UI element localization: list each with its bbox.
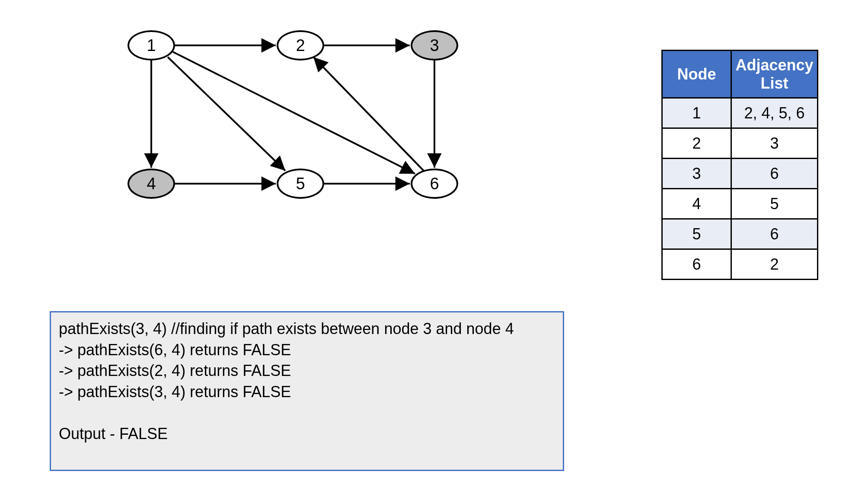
table-row: 1 2, 4, 5, 6 — [662, 98, 818, 128]
graph-node-label: 3 — [430, 36, 439, 55]
trace-output: Output - FALSE — [59, 424, 555, 445]
graph-node-2: 2 — [277, 30, 324, 60]
table-cell-adj: 6 — [731, 219, 818, 249]
table-cell-adj: 5 — [731, 189, 818, 219]
algorithm-trace-box: pathExists(3, 4) //finding if path exist… — [50, 311, 564, 471]
graph-node-6: 6 — [411, 169, 458, 199]
directed-graph-diagram: 1 2 3 4 5 6 — [121, 26, 484, 225]
graph-node-3: 3 — [411, 30, 458, 60]
table-header-adj-label: Adjacency List — [735, 56, 813, 92]
table-cell-node: 4 — [662, 189, 731, 219]
trace-line: -> pathExists(6, 4) returns FALSE — [59, 340, 555, 361]
graph-node-label: 6 — [430, 175, 439, 193]
graph-node-1: 1 — [128, 30, 175, 60]
edge-6-2 — [313, 57, 424, 171]
adjacency-list-table: Node Adjacency List 1 2, 4, 5, 6 2 3 3 6… — [661, 50, 818, 280]
table-row: 2 3 — [662, 128, 818, 159]
table-header-adj: Adjacency List — [731, 51, 818, 98]
edge-1-5 — [168, 57, 285, 171]
table-row: 5 6 — [662, 219, 818, 249]
table-cell-adj: 2, 4, 5, 6 — [731, 98, 818, 128]
trace-line: pathExists(3, 4) //finding if path exist… — [59, 318, 555, 340]
table-cell-adj: 6 — [731, 159, 818, 189]
graph-node-label: 5 — [296, 175, 305, 193]
trace-line: -> pathExists(2, 4) returns FALSE — [59, 360, 555, 382]
edge-1-6 — [173, 52, 415, 174]
trace-line — [59, 402, 555, 424]
graph-node-label: 4 — [147, 175, 156, 193]
table-row: 3 6 — [662, 159, 818, 189]
table-cell-node: 6 — [662, 249, 731, 280]
table-cell-adj: 3 — [731, 128, 818, 159]
graph-node-label: 1 — [147, 36, 156, 55]
table-row: 4 5 — [662, 189, 818, 219]
table-cell-node: 3 — [662, 159, 731, 189]
table-cell-node: 5 — [662, 219, 731, 249]
table-cell-node: 2 — [662, 128, 731, 159]
graph-node-label: 2 — [296, 36, 305, 55]
table-row: 6 2 — [662, 249, 818, 280]
trace-line: -> pathExists(3, 4) returns FALSE — [59, 382, 555, 403]
graph-node-5: 5 — [277, 169, 324, 199]
table-header-node: Node — [662, 51, 731, 98]
graph-node-4: 4 — [128, 169, 175, 199]
table-cell-node: 1 — [662, 98, 731, 128]
table-cell-adj: 2 — [731, 249, 818, 280]
